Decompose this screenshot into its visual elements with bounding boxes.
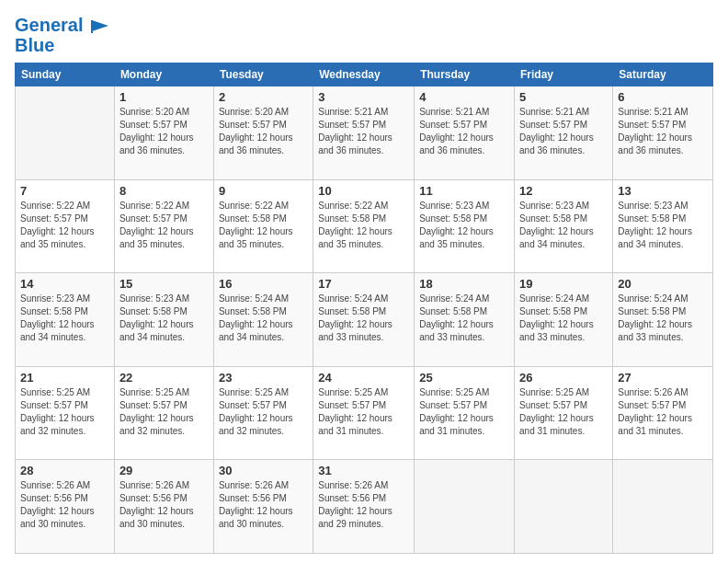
day-info: Sunrise: 5:26 AM Sunset: 5:56 PM Dayligh… — [20, 479, 109, 531]
day-number: 8 — [119, 184, 209, 198]
day-cell: 18Sunrise: 5:24 AM Sunset: 5:58 PM Dayli… — [415, 273, 515, 367]
day-cell: 2Sunrise: 5:20 AM Sunset: 5:57 PM Daylig… — [213, 86, 313, 180]
day-cell — [515, 460, 613, 554]
day-cell: 10Sunrise: 5:22 AM Sunset: 5:58 PM Dayli… — [313, 179, 415, 273]
day-cell: 20Sunrise: 5:24 AM Sunset: 5:58 PM Dayli… — [613, 273, 713, 367]
week-row-3: 14Sunrise: 5:23 AM Sunset: 5:58 PM Dayli… — [16, 273, 713, 367]
day-number: 12 — [519, 184, 608, 198]
day-number: 23 — [219, 371, 308, 385]
day-number: 22 — [119, 371, 209, 385]
day-number: 6 — [618, 90, 708, 104]
day-info: Sunrise: 5:20 AM Sunset: 5:57 PM Dayligh… — [119, 106, 209, 157]
day-info: Sunrise: 5:24 AM Sunset: 5:58 PM Dayligh… — [318, 293, 409, 344]
svg-marker-0 — [92, 20, 108, 31]
day-info: Sunrise: 5:26 AM Sunset: 5:56 PM Dayligh… — [318, 479, 409, 531]
day-number: 1 — [119, 90, 209, 104]
week-row-1: 1Sunrise: 5:20 AM Sunset: 5:57 PM Daylig… — [16, 86, 713, 180]
day-info: Sunrise: 5:20 AM Sunset: 5:57 PM Dayligh… — [219, 106, 308, 157]
day-cell — [16, 86, 115, 180]
day-number: 26 — [519, 371, 608, 385]
day-info: Sunrise: 5:26 AM Sunset: 5:57 PM Dayligh… — [618, 386, 708, 438]
calendar-header-row: SundayMondayTuesdayWednesdayThursdayFrid… — [16, 63, 713, 86]
day-info: Sunrise: 5:25 AM Sunset: 5:57 PM Dayligh… — [119, 386, 209, 438]
day-number: 11 — [419, 184, 509, 198]
col-header-thursday: Thursday — [415, 63, 515, 86]
day-cell: 22Sunrise: 5:25 AM Sunset: 5:57 PM Dayli… — [114, 366, 213, 460]
day-info: Sunrise: 5:21 AM Sunset: 5:57 PM Dayligh… — [318, 106, 409, 157]
day-info: Sunrise: 5:24 AM Sunset: 5:58 PM Dayligh… — [519, 293, 608, 344]
day-cell: 8Sunrise: 5:22 AM Sunset: 5:57 PM Daylig… — [114, 179, 213, 273]
day-info: Sunrise: 5:25 AM Sunset: 5:57 PM Dayligh… — [318, 386, 409, 438]
day-info: Sunrise: 5:25 AM Sunset: 5:57 PM Dayligh… — [20, 386, 109, 438]
day-info: Sunrise: 5:26 AM Sunset: 5:56 PM Dayligh… — [219, 479, 308, 531]
day-info: Sunrise: 5:21 AM Sunset: 5:57 PM Dayligh… — [419, 106, 509, 157]
day-cell: 21Sunrise: 5:25 AM Sunset: 5:57 PM Dayli… — [16, 366, 115, 460]
day-cell: 26Sunrise: 5:25 AM Sunset: 5:57 PM Dayli… — [515, 366, 613, 460]
day-number: 27 — [618, 371, 708, 385]
day-number: 18 — [419, 277, 509, 291]
day-info: Sunrise: 5:24 AM Sunset: 5:58 PM Dayligh… — [219, 293, 308, 344]
page: General Blue SundayMondayTuesdayWednesda… — [0, 0, 728, 563]
logo-blue: Blue — [15, 35, 110, 55]
day-number: 20 — [618, 277, 708, 291]
col-header-monday: Monday — [114, 63, 213, 86]
day-info: Sunrise: 5:24 AM Sunset: 5:58 PM Dayligh… — [419, 293, 509, 344]
day-number: 25 — [419, 371, 509, 385]
col-header-wednesday: Wednesday — [313, 63, 415, 86]
day-info: Sunrise: 5:23 AM Sunset: 5:58 PM Dayligh… — [119, 293, 209, 344]
day-cell: 15Sunrise: 5:23 AM Sunset: 5:58 PM Dayli… — [114, 273, 213, 367]
day-cell: 9Sunrise: 5:22 AM Sunset: 5:58 PM Daylig… — [213, 179, 313, 273]
day-cell: 14Sunrise: 5:23 AM Sunset: 5:58 PM Dayli… — [16, 273, 115, 367]
day-cell: 24Sunrise: 5:25 AM Sunset: 5:57 PM Dayli… — [313, 366, 415, 460]
day-number: 13 — [618, 184, 708, 198]
day-number: 9 — [219, 184, 308, 198]
calendar-table: SundayMondayTuesdayWednesdayThursdayFrid… — [15, 63, 713, 554]
day-info: Sunrise: 5:22 AM Sunset: 5:57 PM Dayligh… — [119, 200, 209, 251]
day-number: 28 — [20, 464, 109, 477]
day-cell: 13Sunrise: 5:23 AM Sunset: 5:58 PM Dayli… — [613, 179, 713, 273]
day-number: 15 — [119, 277, 209, 291]
day-info: Sunrise: 5:21 AM Sunset: 5:57 PM Dayligh… — [519, 106, 608, 157]
day-cell: 30Sunrise: 5:26 AM Sunset: 5:56 PM Dayli… — [213, 460, 313, 554]
day-cell: 23Sunrise: 5:25 AM Sunset: 5:57 PM Dayli… — [213, 366, 313, 460]
day-cell: 25Sunrise: 5:25 AM Sunset: 5:57 PM Dayli… — [415, 366, 515, 460]
logo: General Blue — [15, 15, 110, 55]
day-cell: 6Sunrise: 5:21 AM Sunset: 5:57 PM Daylig… — [613, 86, 713, 180]
day-cell — [415, 460, 515, 554]
day-number: 2 — [219, 90, 308, 104]
day-number: 21 — [20, 371, 109, 385]
day-info: Sunrise: 5:22 AM Sunset: 5:58 PM Dayligh… — [318, 200, 409, 251]
day-number: 7 — [20, 184, 109, 198]
day-info: Sunrise: 5:21 AM Sunset: 5:57 PM Dayligh… — [618, 106, 708, 157]
day-info: Sunrise: 5:25 AM Sunset: 5:57 PM Dayligh… — [419, 386, 509, 438]
logo-general: General — [15, 15, 83, 35]
day-number: 10 — [318, 184, 409, 198]
day-cell: 7Sunrise: 5:22 AM Sunset: 5:57 PM Daylig… — [16, 179, 115, 273]
logo-flag-icon — [90, 18, 110, 35]
day-cell: 16Sunrise: 5:24 AM Sunset: 5:58 PM Dayli… — [213, 273, 313, 367]
col-header-sunday: Sunday — [16, 63, 115, 86]
header: General Blue — [15, 15, 713, 55]
col-header-friday: Friday — [515, 63, 613, 86]
day-cell — [613, 460, 713, 554]
day-number: 4 — [419, 90, 509, 104]
day-cell: 27Sunrise: 5:26 AM Sunset: 5:57 PM Dayli… — [613, 366, 713, 460]
day-number: 5 — [519, 90, 608, 104]
day-info: Sunrise: 5:26 AM Sunset: 5:56 PM Dayligh… — [119, 479, 209, 531]
day-number: 17 — [318, 277, 409, 291]
day-number: 19 — [519, 277, 608, 291]
day-info: Sunrise: 5:23 AM Sunset: 5:58 PM Dayligh… — [519, 200, 608, 251]
day-cell: 12Sunrise: 5:23 AM Sunset: 5:58 PM Dayli… — [515, 179, 613, 273]
day-info: Sunrise: 5:22 AM Sunset: 5:58 PM Dayligh… — [219, 200, 308, 251]
day-cell: 19Sunrise: 5:24 AM Sunset: 5:58 PM Dayli… — [515, 273, 613, 367]
day-info: Sunrise: 5:25 AM Sunset: 5:57 PM Dayligh… — [219, 386, 308, 438]
day-number: 31 — [318, 464, 409, 477]
day-cell: 3Sunrise: 5:21 AM Sunset: 5:57 PM Daylig… — [313, 86, 415, 180]
week-row-4: 21Sunrise: 5:25 AM Sunset: 5:57 PM Dayli… — [16, 366, 713, 460]
day-cell: 1Sunrise: 5:20 AM Sunset: 5:57 PM Daylig… — [114, 86, 213, 180]
day-number: 30 — [219, 464, 308, 477]
day-number: 14 — [20, 277, 109, 291]
day-info: Sunrise: 5:25 AM Sunset: 5:57 PM Dayligh… — [519, 386, 608, 438]
day-info: Sunrise: 5:23 AM Sunset: 5:58 PM Dayligh… — [618, 200, 708, 251]
day-info: Sunrise: 5:23 AM Sunset: 5:58 PM Dayligh… — [419, 200, 509, 251]
